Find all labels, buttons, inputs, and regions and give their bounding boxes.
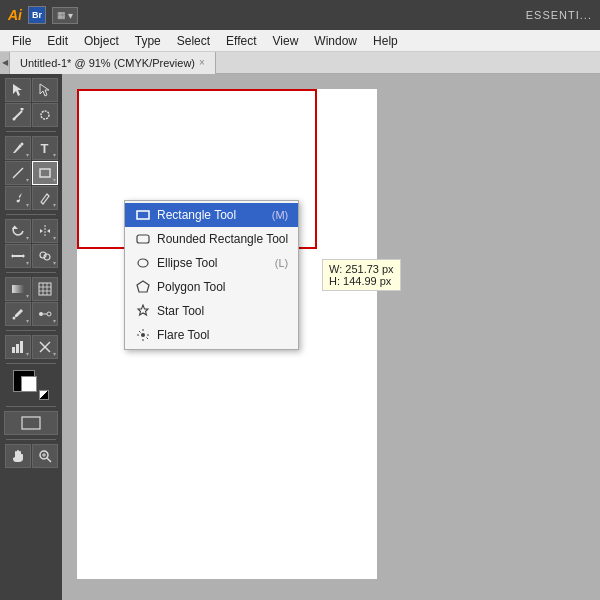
svg-point-40 xyxy=(138,259,148,267)
tab-label: Untitled-1* @ 91% (CMYK/Preview) xyxy=(20,57,195,69)
line-tool[interactable]: ▾ xyxy=(5,161,31,185)
svg-rect-29 xyxy=(16,344,19,353)
menu-object[interactable]: Object xyxy=(76,32,127,50)
dropdown-item-flare-tool[interactable]: Flare Tool xyxy=(125,323,298,347)
dropdown-item-rectangle-tool[interactable]: Rectangle Tool (M) xyxy=(125,203,298,227)
menu-help[interactable]: Help xyxy=(365,32,406,50)
eyedropper-tool[interactable]: ▾ xyxy=(5,302,31,326)
dropdown-item-polygon-tool[interactable]: Polygon Tool xyxy=(125,275,298,299)
rectangle-tool-shortcut: (M) xyxy=(272,209,289,221)
svg-line-48 xyxy=(139,331,141,333)
br-icon[interactable]: Br xyxy=(28,6,46,24)
svg-point-25 xyxy=(39,312,43,316)
chart-tool[interactable]: ▾ xyxy=(5,335,31,359)
toolbar-separator-1 xyxy=(6,131,56,132)
svg-rect-8 xyxy=(40,169,50,177)
tool-row-magic xyxy=(3,103,59,127)
svg-point-43 xyxy=(141,333,145,337)
blend-tool[interactable]: ▾ xyxy=(32,302,58,326)
dropdown-item-star-tool[interactable]: Star Tool xyxy=(125,299,298,323)
menu-edit[interactable]: Edit xyxy=(39,32,76,50)
tab-collapse-button[interactable]: ◀ xyxy=(0,52,10,74)
svg-point-5 xyxy=(41,111,49,119)
star-label: Star Tool xyxy=(157,304,204,318)
ellipse-shortcut: (L) xyxy=(275,257,288,269)
svg-line-7 xyxy=(13,168,23,178)
rotate-tool[interactable]: ▾ xyxy=(5,219,31,243)
svg-point-4 xyxy=(12,118,15,121)
dropdown-item-ellipse-tool[interactable]: Ellipse Tool (L) xyxy=(125,251,298,275)
rectangle-tool-label: Rectangle Tool xyxy=(157,208,236,222)
width-tool[interactable]: ▾ xyxy=(5,244,31,268)
ai-logo: Ai xyxy=(8,7,22,23)
svg-rect-33 xyxy=(22,417,40,429)
magic-wand-tool[interactable] xyxy=(5,103,31,127)
size-info: W: 251.73 px H: 144.99 px xyxy=(322,259,401,291)
tool-row-pen: ▾ T ▾ xyxy=(3,136,59,160)
tab-close-button[interactable]: × xyxy=(199,57,205,68)
svg-line-49 xyxy=(147,338,149,340)
menu-view[interactable]: View xyxy=(265,32,307,50)
type-tool[interactable]: T ▾ xyxy=(32,136,58,160)
menu-select[interactable]: Select xyxy=(169,32,218,50)
flare-icon xyxy=(135,327,151,343)
svg-marker-0 xyxy=(13,84,22,96)
document-tab[interactable]: Untitled-1* @ 91% (CMYK/Preview) × xyxy=(10,52,216,74)
shape-builder-tool[interactable]: ▾ xyxy=(32,244,58,268)
slice-tool[interactable]: ▾ xyxy=(32,335,58,359)
star-icon xyxy=(135,303,151,319)
tool-row-gradient: ▾ xyxy=(3,277,59,301)
tool-row-chart: ▾ ▾ xyxy=(3,335,59,359)
workspace-label: ESSENTI... xyxy=(526,9,592,21)
menu-type[interactable]: Type xyxy=(127,32,169,50)
tool-row-hand xyxy=(3,444,59,468)
gradient-tool[interactable]: ▾ xyxy=(5,277,31,301)
svg-rect-39 xyxy=(137,235,149,243)
rounded-rect-icon xyxy=(135,231,151,247)
svg-marker-12 xyxy=(47,229,50,233)
pen-tool[interactable]: ▾ xyxy=(5,136,31,160)
menu-effect[interactable]: Effect xyxy=(218,32,264,50)
rect-tool[interactable]: ▾ xyxy=(32,161,58,185)
svg-marker-3 xyxy=(20,108,24,111)
width-info: W: 251.73 px xyxy=(329,263,394,275)
tool-row-eyedropper: ▾ ▾ xyxy=(3,302,59,326)
lasso-tool[interactable] xyxy=(32,103,58,127)
mirror-tool[interactable]: ▾ xyxy=(32,219,58,243)
dropdown-item-rounded-rect-tool[interactable]: Rounded Rectangle Tool xyxy=(125,227,298,251)
height-info: H: 144.99 px xyxy=(329,275,394,287)
selection-tool[interactable] xyxy=(5,78,31,102)
toolbar-separator-7 xyxy=(6,439,56,440)
rectangle-tool-icon xyxy=(135,207,151,223)
polygon-label: Polygon Tool xyxy=(157,280,226,294)
menu-window[interactable]: Window xyxy=(306,32,365,50)
menu-file[interactable]: File xyxy=(4,32,39,50)
hand-tool[interactable] xyxy=(5,444,31,468)
view-dropdown[interactable]: ▦ ▾ xyxy=(52,7,78,24)
svg-rect-19 xyxy=(39,283,51,295)
canvas-area[interactable]: W: 251.73 px H: 144.99 px Rectangle Tool… xyxy=(62,74,600,600)
color-swatches[interactable] xyxy=(13,370,49,400)
svg-point-24 xyxy=(12,317,15,320)
svg-rect-18 xyxy=(12,285,24,293)
direct-selection-tool[interactable] xyxy=(32,78,58,102)
tool-row-selection xyxy=(3,78,59,102)
svg-line-35 xyxy=(47,458,51,462)
title-bar: Ai Br ▦ ▾ ESSENTI... xyxy=(0,0,600,30)
svg-marker-14 xyxy=(11,254,13,258)
svg-rect-30 xyxy=(20,341,23,353)
mesh-tool[interactable] xyxy=(32,277,58,301)
zoom-tool[interactable] xyxy=(32,444,58,468)
pencil-tool[interactable]: ▾ xyxy=(32,186,58,210)
toolbar-separator-6 xyxy=(6,406,56,407)
svg-line-2 xyxy=(14,111,22,119)
screen-mode-tool[interactable] xyxy=(4,411,58,435)
tool-row-rotate: ▾ ▾ xyxy=(3,219,59,243)
paintbrush-tool[interactable]: ▾ xyxy=(5,186,31,210)
toolbar-separator-4 xyxy=(6,330,56,331)
tool-dropdown-menu: Rectangle Tool (M) Rounded Rectangle Too… xyxy=(124,200,299,350)
svg-point-6 xyxy=(20,143,23,146)
svg-rect-28 xyxy=(12,347,15,353)
main-area: ▾ T ▾ ▾ ▾ ▾ ▾ xyxy=(0,74,600,600)
toolbar-separator-2 xyxy=(6,214,56,215)
